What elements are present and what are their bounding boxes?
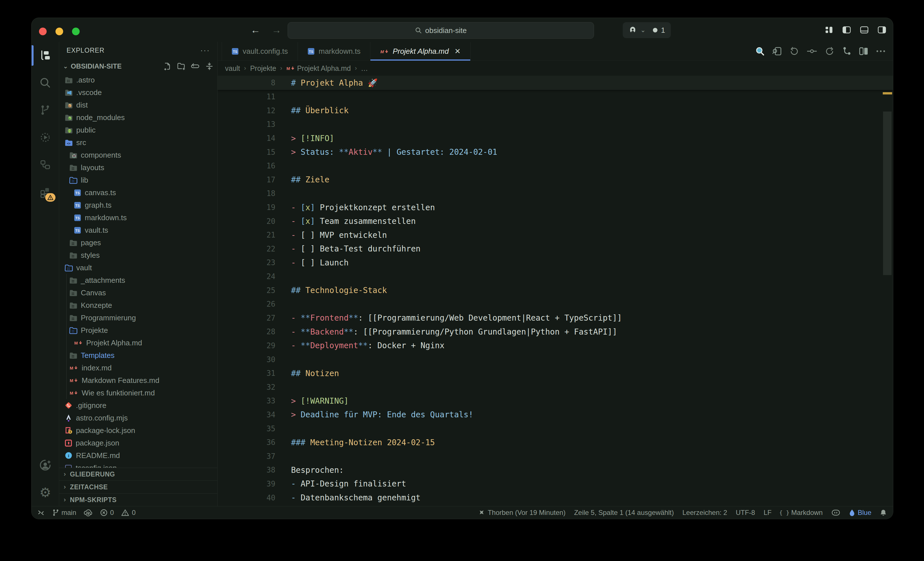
editor-line[interactable]: 23- [ ] Launch — [218, 256, 893, 270]
profile-pill[interactable]: ⌄ 1 — [623, 22, 671, 38]
editor-line[interactable]: 31## Notizen — [218, 366, 893, 380]
tree-item[interactable]: tsconfig.json — [59, 462, 218, 468]
editor-line[interactable]: 40- Datenbankschema genehmigt — [218, 491, 893, 505]
editor-line[interactable]: 34> Deadline für MVP: Ende des Quartals! — [218, 408, 893, 422]
tree-item[interactable]: package.json — [59, 436, 218, 449]
editor-line[interactable]: 24 — [218, 270, 893, 284]
navigate-forward-icon[interactable] — [825, 46, 834, 56]
sidebar-section-npm-skripts[interactable]: ›NPM-SKRIPTS — [59, 493, 218, 506]
search-editor-icon[interactable] — [772, 46, 782, 56]
tree-item[interactable]: vault — [59, 261, 218, 274]
status-item-copilot[interactable] — [831, 509, 840, 516]
status-item[interactable]: UTF-8 — [736, 508, 755, 517]
status-item[interactable]: Zeile 5, Spalte 1 (14 ausgewählt) — [574, 508, 674, 517]
status-item-bell[interactable] — [880, 509, 887, 516]
editor-line[interactable]: 14> [!INFO] — [218, 131, 893, 146]
editor-line[interactable]: 28- **Backend**: [[Programmierung/Python… — [218, 325, 893, 339]
editor-line[interactable]: 29- **Deployment**: Docker + Nginx — [218, 339, 893, 353]
tree-item[interactable]: node_modules — [59, 111, 218, 124]
customize-layout-icon[interactable] — [824, 25, 834, 35]
sidebar-section-zeitachse[interactable]: ›ZEITACHSE — [59, 480, 218, 493]
editor-line[interactable]: 35 — [218, 422, 893, 435]
tree-item[interactable]: Projekte — [59, 324, 218, 336]
status-item-warning[interactable]: 0 — [121, 508, 135, 517]
zoom-window-button[interactable] — [72, 28, 80, 35]
tree-item[interactable]: .gitignore — [59, 399, 218, 412]
tree-item[interactable]: Canvas — [59, 286, 218, 299]
split-editor-icon[interactable] — [859, 46, 868, 56]
tree-item[interactable]: Programmierung — [59, 312, 218, 324]
editor-line[interactable]: 25## Technologie-Stack — [218, 284, 893, 297]
editor-line[interactable]: 18 — [218, 187, 893, 201]
new-folder-icon[interactable] — [177, 62, 186, 70]
editor-line[interactable]: 21- [ ] MVP entwickeln — [218, 228, 893, 242]
accounts-button[interactable] — [32, 452, 59, 479]
editor-line[interactable]: 20- [x] Team zusammenstellen — [218, 214, 893, 228]
timeline-icon[interactable] — [842, 46, 852, 56]
new-file-icon[interactable] — [163, 62, 171, 70]
tree-item[interactable]: lib — [59, 174, 218, 186]
status-item[interactable]: Leerzeichen: 2 — [682, 508, 727, 517]
tab-Projekt Alpha.md[interactable]: MProjekt Alpha.md✕ — [370, 42, 471, 61]
back-arrow-icon[interactable]: ← — [250, 24, 260, 36]
tree-item[interactable]: TScanvas.ts — [59, 186, 218, 199]
tree-item[interactable]: iREADME.md — [59, 449, 218, 462]
status-item-remote[interactable] — [37, 509, 45, 516]
editor-line[interactable]: 16 — [218, 159, 893, 173]
sidebar-item-search[interactable] — [32, 69, 59, 96]
commit-node-icon[interactable] — [807, 46, 818, 56]
editor-line[interactable]: 11 — [218, 90, 893, 104]
forward-arrow-icon[interactable]: → — [272, 24, 281, 36]
navigate-back-icon[interactable] — [789, 46, 799, 56]
tree-item[interactable]: components — [59, 149, 218, 161]
tree-item[interactable]: MWie es funktioniert.md — [59, 387, 218, 399]
tree-item[interactable]: package-lock.json — [59, 424, 218, 436]
editor-content[interactable]: 8# Projekt Alpha 🚀 1112## Überblick1314>… — [218, 76, 893, 506]
editor-line[interactable]: 22- [ ] Beta-Test durchführen — [218, 242, 893, 256]
tree-item[interactable]: MMarkdown Features.md — [59, 374, 218, 387]
editor-line[interactable]: 32 — [218, 380, 893, 394]
editor-line[interactable]: 17## Ziele — [218, 173, 893, 187]
toggle-secondary-sidebar-icon[interactable] — [877, 25, 887, 35]
editor-line[interactable]: 15> Status: **Aktiv** | Gestartet: 2024-… — [218, 145, 893, 159]
tab-markdown.ts[interactable]: TSmarkdown.ts — [298, 42, 370, 61]
editor-line[interactable]: 19- [x] Projektkonzept erstellen — [218, 201, 893, 214]
sidebar-item-run-debug[interactable] — [32, 124, 59, 151]
tree-item[interactable]: Templates — [59, 349, 218, 362]
toggle-primary-sidebar-icon[interactable] — [842, 25, 852, 35]
tree-item[interactable]: styles — [59, 249, 218, 261]
preview-react-icon[interactable] — [755, 46, 765, 56]
editor-line[interactable]: 41- Erste Sprints geplant — [218, 505, 893, 506]
status-item[interactable]: LF — [764, 508, 771, 517]
editor-line[interactable]: 36### Meeting-Notizen 2024-02-15 — [218, 435, 893, 450]
minimize-window-button[interactable] — [56, 28, 63, 35]
breadcrumb-item[interactable]: … — [361, 64, 368, 72]
tree-item[interactable]: Konzepte — [59, 299, 218, 312]
editor-line[interactable]: 12## Überblick — [218, 104, 893, 118]
toggle-panel-icon[interactable] — [860, 25, 869, 35]
tree-item[interactable]: MProjekt Alpha.md — [59, 336, 218, 349]
sidebar-item-remote-explorer[interactable] — [32, 151, 59, 178]
sidebar-item-extensions[interactable] — [32, 178, 59, 206]
sidebar-item-source-control[interactable] — [32, 96, 59, 124]
breadcrumb-item[interactable]: vault — [225, 64, 240, 72]
sidebar-section-gliederung[interactable]: ›GLIEDERUNG — [59, 468, 218, 480]
collapse-folders-icon[interactable] — [206, 62, 213, 70]
tree-item[interactable]: <>src — [59, 136, 218, 149]
tree-item[interactable]: Mindex.md — [59, 362, 218, 374]
close-tab-icon[interactable]: ✕ — [454, 47, 460, 56]
editor-scrollbar[interactable] — [883, 111, 892, 275]
tree-item[interactable]: dist — [59, 99, 218, 111]
tab-vault.config.ts[interactable]: TSvault.config.ts — [222, 42, 298, 61]
editor-line[interactable]: 39- API-Design finalisiert — [218, 477, 893, 491]
tree-item[interactable]: astro.config.mjs — [59, 412, 218, 424]
editor-line[interactable]: 38Besprochen: — [218, 463, 893, 477]
tree-item[interactable]: pages — [59, 236, 218, 249]
editor-line[interactable]: 27- **Frontend**: [[Programmierung/Web D… — [218, 311, 893, 325]
sticky-scroll-line[interactable]: 8# Projekt Alpha 🚀 — [218, 76, 893, 90]
breadcrumb-item[interactable]: Projekte — [250, 64, 276, 72]
refresh-icon[interactable] — [191, 62, 200, 70]
tree-item[interactable]: .astro — [59, 74, 218, 86]
explorer-root-row[interactable]: ⌄ OBSIDIAN-SITE — [59, 59, 218, 74]
status-item-error[interactable]: 0 — [100, 508, 114, 517]
